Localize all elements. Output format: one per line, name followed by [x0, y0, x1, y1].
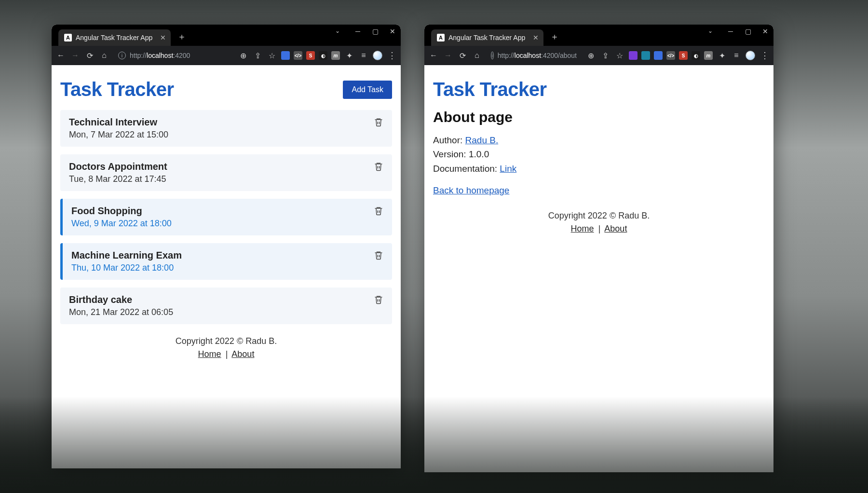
profile-avatar[interactable] — [746, 51, 755, 60]
new-tab-button[interactable]: ＋ — [177, 31, 186, 42]
close-window-icon[interactable]: ✕ — [761, 27, 770, 35]
minimize-icon[interactable]: ─ — [726, 27, 735, 35]
back-home-link[interactable]: Back to homepage — [433, 185, 509, 196]
app-title: Task Tracker — [60, 79, 174, 100]
extension-icon[interactable]: ◐ — [319, 51, 327, 60]
menu-icon[interactable]: ⋮ — [759, 50, 770, 61]
app-title: Task Tracker — [433, 79, 765, 100]
extensions-icon[interactable]: ✦ — [344, 50, 354, 61]
favicon-icon: A — [64, 34, 72, 41]
version-value: 1.0.0 — [469, 149, 489, 159]
task-item[interactable]: Food ShoppingWed, 9 Mar 2022 at 18:00 — [60, 199, 392, 235]
share-icon[interactable]: ⇪ — [600, 50, 610, 61]
extension-icon[interactable] — [629, 51, 637, 60]
address-bar[interactable]: i http://localhost:4200 — [113, 48, 234, 63]
page-footer: Copyright 2022 © Radu B. Home | About — [433, 209, 765, 235]
extension-icon[interactable]: m — [704, 51, 713, 60]
about-author-line: Author: Radu B. — [433, 133, 765, 147]
address-bar[interactable]: i http://localhost:4200/about — [486, 48, 582, 63]
reading-list-icon[interactable]: ≡ — [358, 50, 369, 61]
page-home: Task Tracker Add Task Technical Intervie… — [52, 65, 401, 468]
tab-search-icon[interactable]: ⌄ — [706, 27, 715, 35]
minimize-icon[interactable]: ─ — [353, 27, 362, 35]
extension-icon[interactable]: m — [331, 51, 340, 60]
extension-icon[interactable]: ◐ — [692, 51, 700, 60]
page-about: Task Tracker About page Author: Radu B. … — [424, 65, 773, 472]
home-icon[interactable]: ⌂ — [472, 50, 482, 61]
footer-about-link[interactable]: About — [231, 349, 254, 359]
favicon-icon: A — [437, 34, 445, 41]
footer-sep: | — [226, 349, 228, 359]
delete-task-icon[interactable] — [374, 250, 383, 262]
home-icon[interactable]: ⌂ — [99, 50, 109, 61]
bookmark-icon[interactable]: ☆ — [614, 50, 625, 61]
extension-icon[interactable] — [281, 51, 290, 60]
extension-icon[interactable] — [641, 51, 650, 60]
tab-title: Angular Task Tracker App — [76, 34, 152, 41]
profile-avatar[interactable] — [373, 51, 382, 60]
footer-about-link[interactable]: About — [604, 224, 627, 233]
footer-home-link[interactable]: Home — [571, 224, 594, 233]
site-info-icon[interactable]: i — [491, 52, 494, 59]
browser-tab[interactable]: A Angular Task Tracker App ✕ — [431, 29, 543, 46]
forward-icon[interactable]: → — [443, 50, 453, 61]
reading-list-icon[interactable]: ≡ — [731, 50, 742, 61]
docs-link[interactable]: Link — [500, 164, 516, 174]
maximize-icon[interactable]: ▢ — [371, 27, 380, 35]
maximize-icon[interactable]: ▢ — [744, 27, 752, 35]
reload-icon[interactable]: ⟳ — [84, 50, 95, 61]
footer-sep: | — [598, 224, 601, 233]
extension-icon[interactable]: S — [306, 51, 315, 60]
tab-title: Angular Task Tracker App — [448, 34, 525, 41]
extension-icon[interactable]: </> — [666, 51, 675, 60]
titlebar: A Angular Task Tracker App ✕ ＋ ⌄ ─ ▢ ✕ — [52, 25, 401, 46]
close-tab-icon[interactable]: ✕ — [160, 34, 166, 41]
task-item[interactable]: Doctors AppointmentTue, 8 Mar 2022 at 17… — [60, 154, 392, 191]
menu-icon[interactable]: ⋮ — [386, 50, 397, 61]
browser-window-about: A Angular Task Tracker App ✕ ＋ ⌄ ─ ▢ ✕ ←… — [424, 25, 773, 472]
zoom-icon[interactable]: ⊕ — [238, 50, 248, 61]
footer-home-link[interactable]: Home — [198, 349, 221, 359]
close-tab-icon[interactable]: ✕ — [533, 34, 539, 41]
task-item[interactable]: Machine Learning ExamThu, 10 Mar 2022 at… — [60, 243, 392, 280]
url-text: http://localhost:4200/about — [498, 52, 577, 59]
extensions-icon[interactable]: ✦ — [717, 50, 727, 61]
extension-icon[interactable]: S — [679, 51, 688, 60]
new-tab-button[interactable]: ＋ — [550, 31, 559, 42]
page-header: Task Tracker Add Task — [60, 79, 392, 100]
back-icon[interactable]: ← — [428, 50, 439, 61]
reload-icon[interactable]: ⟳ — [457, 50, 468, 61]
author-link[interactable]: Radu B. — [465, 135, 499, 145]
task-date: Mon, 7 Mar 2022 at 15:00 — [69, 130, 383, 140]
share-icon[interactable]: ⇪ — [252, 50, 263, 61]
task-item[interactable]: Technical InterviewMon, 7 Mar 2022 at 15… — [60, 110, 392, 147]
toolbar-actions: ⊕ ⇪ ☆ </> S ◐ m ✦ ≡ ⋮ — [585, 50, 770, 61]
delete-task-icon[interactable] — [374, 205, 383, 218]
task-date: Mon, 21 Mar 2022 at 06:05 — [69, 307, 383, 317]
forward-icon[interactable]: → — [70, 50, 81, 61]
extension-icon[interactable] — [654, 51, 663, 60]
window-controls: ⌄ ─ ▢ ✕ — [333, 27, 397, 35]
task-item[interactable]: Birthday cakeMon, 21 Mar 2022 at 06:05 — [60, 288, 392, 324]
copyright-text: Copyright 2022 © Radu B. — [433, 209, 765, 222]
delete-task-icon[interactable] — [374, 117, 383, 129]
add-task-button[interactable]: Add Task — [343, 81, 392, 99]
about-version-line: Version: 1.0.0 — [433, 147, 765, 161]
copyright-text: Copyright 2022 © Radu B. — [60, 335, 392, 348]
delete-task-icon[interactable] — [374, 294, 383, 307]
extension-icon[interactable]: </> — [294, 51, 302, 60]
bookmark-icon[interactable]: ☆ — [267, 50, 277, 61]
delete-task-icon[interactable] — [374, 161, 383, 174]
task-list: Technical InterviewMon, 7 Mar 2022 at 15… — [60, 110, 392, 324]
task-date: Wed, 9 Mar 2022 at 18:00 — [71, 219, 383, 229]
tab-search-icon[interactable]: ⌄ — [333, 27, 342, 35]
site-info-icon[interactable]: i — [118, 52, 126, 59]
close-window-icon[interactable]: ✕ — [388, 27, 397, 35]
about-heading: About page — [433, 109, 765, 125]
toolbar-actions: ⊕ ⇪ ☆ </> S ◐ m ✦ ≡ ⋮ — [238, 50, 397, 61]
browser-tab[interactable]: A Angular Task Tracker App ✕ — [58, 29, 171, 46]
zoom-icon[interactable]: ⊕ — [585, 50, 596, 61]
window-controls: ⌄ ─ ▢ ✕ — [706, 27, 770, 35]
task-title: Technical Interview — [69, 117, 383, 128]
back-icon[interactable]: ← — [55, 50, 66, 61]
